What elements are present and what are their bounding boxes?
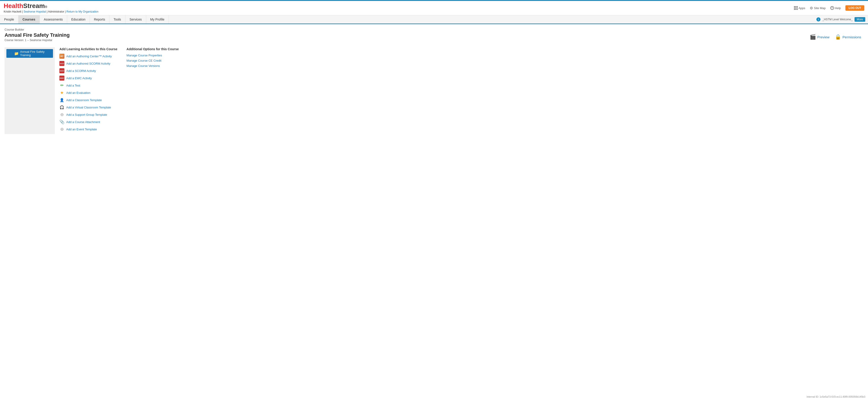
logo-reg: ®: [45, 5, 47, 9]
add-authored-scorm-link[interactable]: SCO Add an Authored SCORM Activity: [59, 61, 117, 66]
add-support-group-link[interactable]: ⊖ Add a Support Group Template: [59, 112, 117, 117]
add-test-link[interactable]: ✏ Add a Test: [59, 83, 117, 88]
scorm-icon: SCO: [59, 68, 64, 73]
add-support-group-text[interactable]: Add a Support Group Template: [66, 113, 107, 117]
course-version: Course Version: 1 -- Seahorse Hopsital: [5, 39, 70, 42]
permissions-label: Permissions: [842, 35, 861, 39]
logo-health: Health: [4, 2, 23, 9]
user-info: Kristin Hackett | Seahorse Hopsital | Ad…: [4, 10, 98, 13]
course-folder-icon: 📁: [14, 52, 19, 56]
classroom-icon: 👤: [59, 97, 64, 102]
breadcrumb: Course Builder: [5, 28, 863, 31]
additional-options-heading: Additional Options for this Course: [127, 47, 179, 51]
add-event-template-text[interactable]: Add an Event Template: [66, 128, 97, 131]
permissions-link[interactable]: 🔒 Permissions: [835, 34, 861, 40]
course-item-label: Annual Fire Safety Training: [20, 50, 52, 57]
nav-people[interactable]: People: [0, 15, 19, 24]
org-link[interactable]: Seahorse Hopsital: [24, 10, 46, 13]
manage-ce-credit-link[interactable]: Manage Course CE Credit: [127, 59, 179, 62]
nav-myprofile[interactable]: My Profile: [146, 15, 169, 24]
apps-grid-icon: [794, 6, 798, 10]
nav-education[interactable]: Education: [67, 15, 90, 24]
return-org-link[interactable]: Return to My Organization: [66, 10, 98, 13]
add-evaluation-link[interactable]: ★ Add an Evaluation: [59, 90, 117, 95]
drag-handle-icon: ⋮⋮: [8, 52, 12, 55]
help-link[interactable]: ? Help: [830, 6, 841, 10]
user-role: Administrator: [48, 10, 64, 13]
nav-assessments[interactable]: Assessments: [40, 15, 67, 24]
evaluation-icon: ★: [59, 90, 64, 95]
preview-link[interactable]: 🎬 Preview: [810, 34, 829, 40]
add-classroom-text[interactable]: Add a Classroom Template: [66, 98, 102, 102]
main-layout: ⋮⋮ 📁 Annual Fire Safety Training Add Lea…: [5, 47, 863, 134]
authored-scorm-icon: SCO: [59, 61, 64, 66]
page-title: Annual Fire Safety Training: [5, 32, 70, 38]
course-attachment-icon: 📎: [59, 120, 64, 124]
add-authoring-center-link[interactable]: AC Add an Authoring Center™ Activity: [59, 54, 117, 59]
add-test-text[interactable]: Add a Test: [66, 84, 80, 87]
add-virtual-classroom-text[interactable]: Add a Virtual Classroom Template: [66, 106, 111, 109]
add-event-template-link[interactable]: ⊖ Add an Event Template: [59, 127, 117, 132]
top-right-nav: Apps ⚙ Site Map ? Help LOG OUT: [794, 5, 864, 11]
nav-right-info: i _HSTM Level Welcome_ More: [814, 15, 868, 24]
manage-properties-link[interactable]: Manage Course Properties: [127, 54, 179, 57]
support-group-icon: ⊖: [59, 112, 64, 117]
course-tree-item[interactable]: ⋮⋮ 📁 Annual Fire Safety Training: [6, 49, 53, 58]
sitemap-link[interactable]: ⚙ Site Map: [810, 6, 826, 10]
help-icon: ?: [830, 6, 834, 10]
preview-label: Preview: [817, 35, 829, 39]
logo: HealthStream®: [4, 3, 98, 9]
apps-link[interactable]: Apps: [794, 6, 805, 10]
add-scorm-link[interactable]: SCO Add a SCORM Activity: [59, 68, 117, 73]
add-scorm-text[interactable]: Add a SCORM Activity: [66, 69, 96, 73]
nav-reports[interactable]: Reports: [90, 15, 110, 24]
manage-versions-link[interactable]: Manage Course Versions: [127, 64, 179, 68]
apps-label: Apps: [799, 6, 805, 10]
right-content: Add Learning Activities to this Course A…: [55, 47, 863, 134]
additional-options-section: Additional Options for this Course Manag…: [127, 47, 179, 134]
add-authoring-center-text[interactable]: Add an Authoring Center™ Activity: [66, 55, 112, 58]
learning-activities-section: Add Learning Activities to this Course A…: [59, 47, 117, 134]
add-evaluation-text[interactable]: Add an Evaluation: [66, 91, 90, 95]
course-tree-sidebar: ⋮⋮ 📁 Annual Fire Safety Training: [5, 47, 55, 134]
more-button[interactable]: More: [855, 17, 865, 22]
main-nav: People Courses Assessments Education Rep…: [0, 15, 868, 24]
logout-button[interactable]: LOG OUT: [845, 5, 864, 11]
learning-activities-heading: Add Learning Activities to this Course: [59, 47, 117, 51]
sitemap-label: Site Map: [814, 6, 826, 10]
add-virtual-classroom-link[interactable]: 🎧 Add a Virtual Classroom Template: [59, 105, 117, 110]
preview-icon: 🎬: [810, 34, 816, 40]
event-template-icon: ⊖: [59, 127, 64, 132]
info-icon: i: [816, 18, 820, 22]
user-name: Kristin Hackett: [4, 10, 21, 13]
welcome-text: _HSTM Level Welcome_: [822, 18, 853, 21]
test-icon: ✏: [59, 83, 64, 88]
add-classroom-link[interactable]: 👤 Add a Classroom Template: [59, 97, 117, 102]
top-bar: HealthStream® Kristin Hackett | Seahorse…: [0, 1, 868, 15]
nav-services[interactable]: Services: [125, 15, 146, 24]
add-course-attachment-text[interactable]: Add a Course Attachment: [66, 120, 100, 124]
sitemap-icon: ⚙: [810, 6, 813, 10]
nav-tools[interactable]: Tools: [110, 15, 125, 24]
nav-courses[interactable]: Courses: [19, 15, 40, 24]
help-label: Help: [835, 6, 841, 10]
logo-stream: Stream: [23, 2, 45, 9]
add-course-attachment-link[interactable]: 📎 Add a Course Attachment: [59, 120, 117, 124]
virtual-classroom-icon: 🎧: [59, 105, 64, 110]
ewc-icon: EWC: [59, 75, 64, 80]
content-area: Course Builder Annual Fire Safety Traini…: [0, 24, 868, 138]
add-ewc-link[interactable]: EWC Add a EWC Activity: [59, 75, 117, 80]
lock-icon: 🔒: [835, 34, 841, 40]
add-ewc-text[interactable]: Add a EWC Activity: [66, 76, 92, 80]
authoring-center-icon: AC: [59, 54, 64, 59]
add-authored-scorm-text[interactable]: Add an Authored SCORM Activity: [66, 62, 110, 65]
